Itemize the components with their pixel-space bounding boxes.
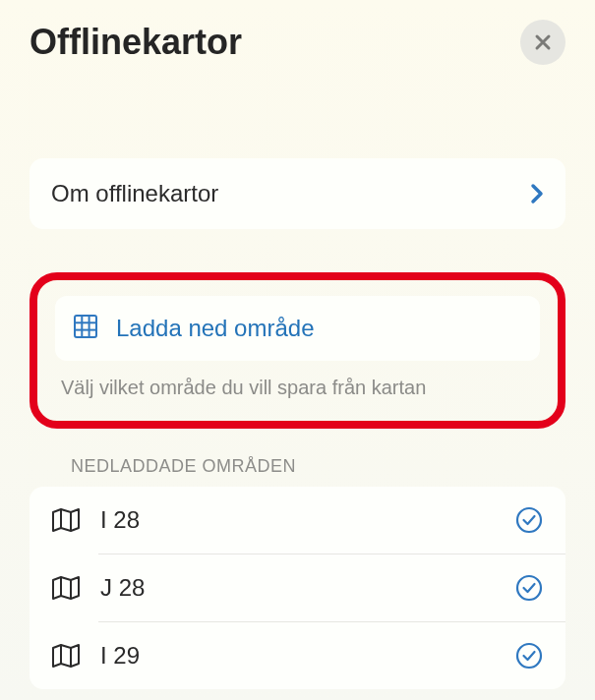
map-icon [51, 575, 81, 601]
downloaded-areas-list: I 28 J 28 [30, 487, 565, 689]
about-card: Om offlinekartor [30, 158, 565, 229]
svg-point-7 [517, 508, 541, 532]
chevron-right-icon [530, 183, 544, 204]
area-name: J 28 [100, 574, 495, 602]
checkmark-circle-icon [514, 506, 544, 534]
close-button[interactable] [520, 20, 565, 65]
about-offline-maps-row[interactable]: Om offlinekartor [30, 158, 565, 229]
checkmark-circle-icon [514, 642, 544, 670]
map-icon [51, 643, 81, 669]
content: Om offlinekartor Ladda ned område Välj [0, 75, 595, 689]
svg-point-10 [517, 576, 541, 600]
download-label: Ladda ned område [116, 315, 315, 342]
download-area-button[interactable]: Ladda ned område [55, 296, 540, 361]
area-name: I 28 [100, 506, 495, 534]
list-item[interactable]: J 28 [30, 554, 565, 621]
downloaded-areas-header: NEDLADDADE OMRÅDEN [30, 429, 565, 487]
about-label: Om offlinekartor [51, 180, 530, 207]
page-title: Offlinekartor [30, 22, 242, 63]
download-highlight: Ladda ned område Välj vilket område du v… [30, 272, 565, 429]
checkmark-circle-icon [514, 574, 544, 602]
close-icon [533, 32, 553, 52]
download-hint: Välj vilket område du vill spara från ka… [55, 361, 540, 403]
list-item[interactable]: I 29 [30, 622, 565, 689]
grid-icon [73, 314, 98, 343]
svg-point-13 [517, 644, 541, 668]
header: Offlinekartor [0, 0, 595, 75]
list-item[interactable]: I 28 [30, 487, 565, 554]
svg-rect-0 [75, 316, 96, 337]
map-icon [51, 507, 81, 533]
area-name: I 29 [100, 642, 495, 670]
